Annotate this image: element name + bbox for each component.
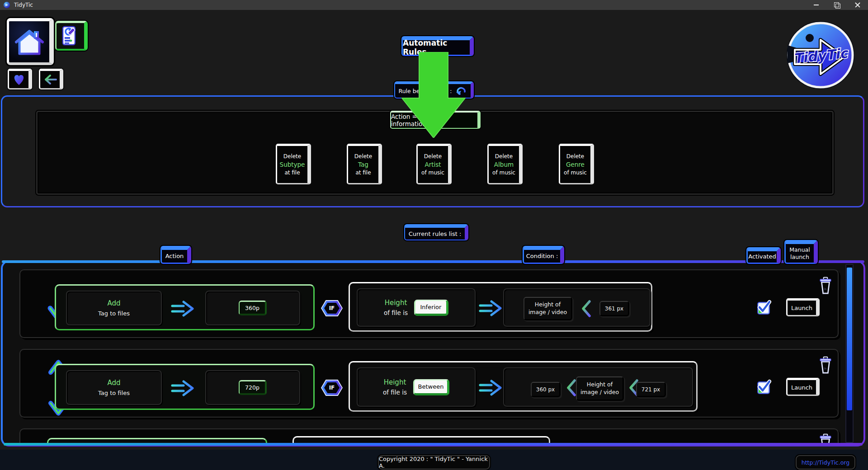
action-value-text: 720p [245,384,259,391]
manual-header-line2: launch [790,254,809,261]
tidytic-logo: TidyTic [785,18,856,94]
double-arrow-icon [478,299,503,318]
delete-rule-trash-button[interactable] [819,433,832,444]
website-link[interactable]: http://TidyTic.org [796,455,855,470]
column-header-action: Action [160,246,191,264]
condition-subject: Height [384,378,406,386]
if-text: IF [324,382,340,393]
delete-item: Tag [358,161,368,168]
condition-subject-panel: Height of file is Between [357,367,476,407]
if-badge: IF [321,380,343,396]
less-than-icon [565,378,577,397]
delete-item: Artist [425,161,441,168]
launch-label: Launch [791,384,812,391]
action-value-text: 360p [245,305,259,311]
action-verb: Add [107,379,120,387]
delete-scope: at file [355,169,371,176]
column-header-manual-launch: Manual launch [784,240,818,264]
close-button[interactable] [847,0,868,10]
condition-high-chip: 721 px [636,382,666,397]
delete-tag-button[interactable]: Delete Tag at file [347,144,382,184]
if-badge: IF [321,300,343,316]
column-header-activated: Activated [746,247,781,264]
check-icon [757,300,771,314]
condition-subject: Height [385,299,407,307]
condition-limit-text: 361 px [605,306,623,312]
condition-header-text: Condition : [526,253,558,260]
action-value-chip: 720p [239,380,267,395]
condition-limit-chip: 361 px [599,301,629,316]
condition-mid-line1: Height of [535,301,561,308]
heart-icon [13,74,25,85]
delete-subtype-button[interactable]: Delete Subtype at file [276,144,311,184]
condition-high-text: 721 px [642,386,660,393]
delete-scope: of music [564,169,587,176]
minimize-button[interactable] [806,0,826,10]
action-target: Tag to files [98,390,130,396]
double-arrow-icon [170,379,195,398]
edit-rules-button[interactable] [55,21,88,51]
delete-artist-button[interactable]: Delete Artist of music [416,144,452,184]
launch-button[interactable]: Launch [786,378,820,396]
delete-item: Subtype [280,161,305,168]
delete-word: Delete [424,153,442,160]
condition-low-chip: 360 px [531,382,561,397]
delete-word: Delete [283,153,301,160]
rule-condition-box: Height of file is Inferior Height of ima… [349,282,652,332]
rules-frame-bottom-border [4,443,863,446]
condition-mid-chip: Height of image / video [524,297,572,320]
condition-mid-line2: image / video [528,309,567,316]
rule-action-box: Add Tag to files 360p [55,284,315,330]
current-rules-list-title: Current rules list : [404,224,468,240]
condition-operator-chip: Between [413,379,449,395]
copyright-text: Copyright 2020 : " TidyTic " - Yannick A… [379,456,489,469]
activated-checkbox[interactable] [757,302,770,315]
condition-operator-text: Between [418,383,444,390]
restore-button[interactable] [826,0,847,10]
launch-label: Launch [791,305,812,311]
action-value-panel: 360p [205,291,300,325]
action-value-chip: 360p [239,301,267,315]
edit-rules-icon [60,25,81,47]
check-icon [757,380,771,393]
condition-subject-panel: Height of file is Inferior [357,288,476,327]
delete-album-button[interactable]: Delete Album of music [487,144,523,184]
scrollbar-thumb[interactable] [847,268,852,410]
manual-header-line1: Manual [789,246,810,254]
rules-frame-top-border [2,260,864,263]
rule-condition-box: Height of file is Between 360 px [349,361,698,412]
delete-scope: at file [284,169,300,176]
action-verb: Add [107,299,120,307]
action-target: Tag to files [98,310,130,317]
favorite-button[interactable] [8,69,32,89]
double-arrow-icon [478,378,503,397]
copyright-label: Copyright 2020 : " TidyTic " - Yannick A… [378,455,490,470]
activated-checkbox[interactable] [757,381,770,394]
less-than-icon [580,299,592,318]
home-button[interactable] [7,18,54,65]
rule-row: Add Tag to files 360p IF Heigh [19,269,839,338]
rules-viewport: Add Tag to files 360p IF Heigh [3,263,863,444]
back-button[interactable] [39,69,63,89]
back-arrow-icon [42,74,58,85]
delete-rule-trash-button[interactable] [819,277,832,295]
delete-rule-trash-button[interactable] [819,356,832,374]
launch-button[interactable]: Launch [786,298,820,316]
rule-row [19,428,839,444]
action-header-text: Action [165,253,184,260]
delete-word: Delete [566,153,584,160]
condition-qualifier: of file is [383,389,407,396]
green-pointer-arrow [401,52,466,138]
condition-mid-chip: Height of image / video [576,376,624,401]
condition-values-panel: Height of image / video 361 px [503,288,651,327]
delete-genre-button[interactable]: Delete Genre of music [559,144,594,184]
website-link-text: http://TidyTic.org [802,459,849,466]
window-title: TidyTic [14,2,33,8]
delete-word: Delete [354,153,372,160]
condition-qualifier: of file is [384,309,408,316]
rule-action-box: Add Tag to files 720p [55,364,315,410]
condition-operator-chip: Inferior [414,300,448,316]
current-rules-list-text: Current rules list : [409,230,462,237]
rules-scrollbar[interactable] [845,264,854,443]
action-description-panel: Add Tag to files [66,291,162,325]
